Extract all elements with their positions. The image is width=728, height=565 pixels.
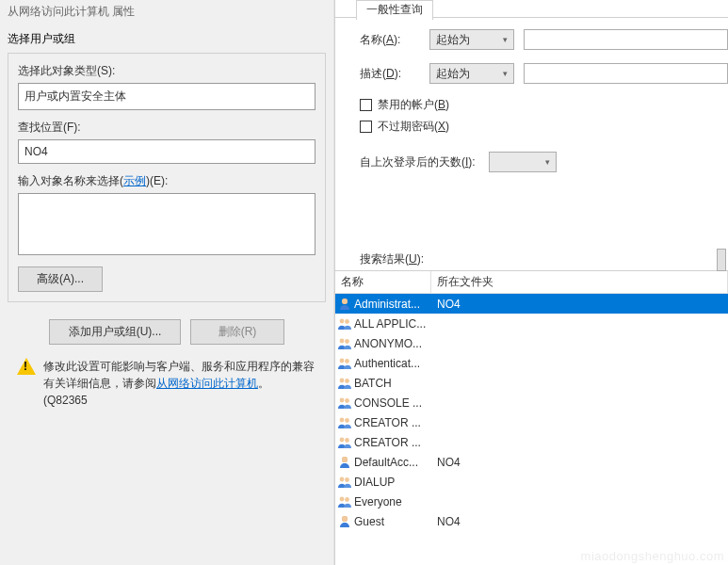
- example-link[interactable]: 示例: [123, 174, 146, 187]
- warning-row: 修改此设置可能影响与客户端、服务和应用程序的兼容 有关详细信息，请参阅从网络访问…: [17, 358, 316, 409]
- row-name-text: Everyone: [354, 495, 402, 508]
- location-field[interactable]: NO4: [18, 139, 315, 164]
- query-form: 名称(A): 起始为▾ 描述(D): 起始为▾ 禁用的帐户(B) 不过期密码(X…: [335, 17, 728, 172]
- cell-name: ANONYMO...: [337, 336, 435, 351]
- chevron-down-icon: ▾: [503, 69, 508, 78]
- row-name-text: CONSOLE ...: [354, 396, 422, 410]
- table-row[interactable]: CONSOLE ...: [335, 393, 728, 412]
- disabled-accounts-label: 禁用的帐户(B): [378, 97, 449, 113]
- disabled-accounts-checkbox[interactable]: [360, 99, 372, 111]
- object-names-input[interactable]: [18, 193, 315, 255]
- search-panel: 一般性查询 名称(A): 起始为▾ 描述(D): 起始为▾ 禁用的帐户(B) 不…: [334, 0, 728, 565]
- user-icon: [337, 297, 352, 312]
- cell-name: CONSOLE ...: [337, 396, 435, 411]
- dialog-title: 从网络访问此计算机 属性: [0, 0, 333, 24]
- user-icon: [337, 455, 352, 470]
- results-label: 搜索结果(U):: [360, 251, 728, 267]
- select-user-group-box: 选择此对象类型(S): 用户或内置安全主体 查找位置(F): NO4 输入对象名…: [8, 53, 326, 302]
- location-label: 查找位置(F):: [18, 120, 315, 136]
- object-type-field[interactable]: 用户或内置安全主体: [18, 83, 315, 110]
- cell-name: BATCH: [337, 376, 435, 391]
- properties-dialog: 从网络访问此计算机 属性 选择用户或组 选择此对象类型(S): 用户或内置安全主…: [0, 0, 334, 565]
- remove-button[interactable]: 删除(R): [190, 319, 284, 345]
- cell-folder: NO4: [435, 298, 728, 311]
- row-name-text: CREATOR ...: [354, 416, 421, 429]
- days-combo[interactable]: ▾: [489, 152, 557, 172]
- table-row[interactable]: GuestNO4: [335, 511, 728, 531]
- user-icon: [337, 514, 352, 529]
- row-name-text: Authenticat...: [354, 357, 420, 370]
- table-row[interactable]: BATCH: [335, 373, 728, 393]
- table-row[interactable]: ANONYMO...: [335, 333, 728, 353]
- row-name-text: DefaultAcc...: [354, 456, 418, 469]
- cell-folder: NO4: [435, 515, 728, 528]
- cell-name: CREATOR ...: [337, 435, 435, 450]
- table-row[interactable]: Everyone: [335, 492, 728, 511]
- group-icon: [337, 336, 352, 351]
- warn-link[interactable]: 从网络访问此计算机: [156, 377, 258, 390]
- desc-combo-value: 起始为: [436, 66, 470, 82]
- group-icon: [337, 356, 352, 371]
- results-table: 名称 所在文件夹 Administrat...NO4ALL APPLIC...A…: [335, 270, 728, 531]
- group-icon: [337, 435, 352, 450]
- cell-name: Everyone: [337, 494, 435, 509]
- cell-name: Guest: [337, 514, 435, 529]
- tab-general-query[interactable]: 一般性查询: [356, 0, 433, 20]
- row-name-text: ALL APPLIC...: [354, 317, 426, 331]
- groupbox-title: 选择用户或组: [8, 31, 326, 47]
- table-row[interactable]: Authenticat...: [335, 353, 728, 373]
- table-header: 名称 所在文件夹: [335, 271, 728, 294]
- names-label-prefix: 输入对象名称来选择(: [18, 174, 123, 187]
- warn-line1: 修改此设置可能影响与客户端、服务和应用程序的兼容: [43, 360, 315, 373]
- group-icon: [337, 376, 352, 391]
- table-row[interactable]: CREATOR ...: [335, 432, 728, 452]
- warn-line2-prefix: 有关详细信息，请参阅: [43, 377, 156, 390]
- row-name-text: DIALUP: [354, 476, 395, 489]
- tab-header: 一般性查询: [335, 0, 728, 17]
- col-name[interactable]: 名称: [335, 271, 431, 293]
- name-input[interactable]: [524, 29, 728, 50]
- days-since-login-label: 自上次登录后的天数(I):: [360, 154, 476, 170]
- row-name-text: Administrat...: [354, 298, 420, 311]
- desc-input[interactable]: [524, 63, 728, 84]
- group-icon: [337, 494, 352, 509]
- table-row[interactable]: DefaultAcc...NO4: [335, 452, 728, 472]
- group-icon: [337, 415, 352, 430]
- col-folder[interactable]: 所在文件夹: [431, 271, 728, 293]
- group-icon: [337, 396, 352, 411]
- chevron-down-icon: ▾: [545, 157, 550, 167]
- add-user-group-button[interactable]: 添加用户或组(U)...: [49, 319, 181, 345]
- advanced-button[interactable]: 高级(A)...: [18, 266, 103, 292]
- group-icon: [337, 475, 352, 490]
- table-row[interactable]: DIALUP: [335, 472, 728, 492]
- cell-name: DIALUP: [337, 475, 435, 490]
- warning-text: 修改此设置可能影响与客户端、服务和应用程序的兼容 有关详细信息，请参阅从网络访问…: [43, 358, 316, 409]
- row-name-text: CREATOR ...: [354, 436, 421, 449]
- cell-name: CREATOR ...: [337, 415, 435, 430]
- row-name-text: ANONYMO...: [354, 337, 422, 350]
- table-row[interactable]: Administrat...NO4: [335, 294, 728, 314]
- nonexpire-password-checkbox[interactable]: [360, 121, 372, 133]
- desc-label: 描述(D):: [360, 66, 426, 82]
- warning-icon: [17, 358, 36, 409]
- object-type-label: 选择此对象类型(S):: [18, 63, 315, 79]
- name-match-combo[interactable]: 起始为▾: [429, 29, 514, 50]
- name-label: 名称(A):: [360, 32, 426, 48]
- table-row[interactable]: ALL APPLIC...: [335, 314, 728, 333]
- name-combo-value: 起始为: [436, 32, 470, 48]
- cell-folder: NO4: [435, 456, 728, 469]
- object-names-label: 输入对象名称来选择(示例)(E):: [18, 173, 315, 189]
- cell-name: DefaultAcc...: [337, 455, 435, 470]
- cell-name: ALL APPLIC...: [337, 316, 435, 331]
- table-body: Administrat...NO4ALL APPLIC...ANONYMO...…: [335, 294, 728, 531]
- row-name-text: BATCH: [354, 377, 392, 390]
- table-row[interactable]: CREATOR ...: [335, 412, 728, 432]
- chevron-down-icon: ▾: [503, 35, 508, 44]
- row-name-text: Guest: [354, 515, 384, 528]
- nonexpire-password-label: 不过期密码(X): [378, 119, 449, 135]
- names-label-suffix: )(E):: [146, 174, 168, 187]
- group-icon: [337, 316, 352, 331]
- cell-name: Authenticat...: [337, 356, 435, 371]
- side-button[interactable]: [717, 249, 726, 271]
- desc-match-combo[interactable]: 起始为▾: [429, 63, 514, 84]
